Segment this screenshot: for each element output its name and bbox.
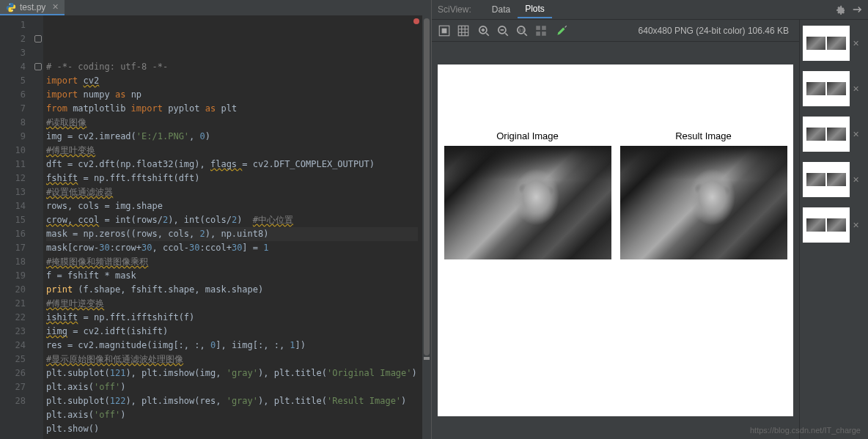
fold-marker-icon[interactable] — [34, 35, 42, 43]
editor-pane: test.py ✕ 123456789101112131415161718192… — [0, 0, 432, 439]
zoom-out-icon[interactable] — [496, 24, 510, 37]
python-file-icon — [6, 2, 16, 12]
grid-toggle-icon[interactable] — [534, 24, 548, 37]
thumbnail-row: ✕ — [803, 207, 865, 243]
line-gutter: 1234567891011121314151617181920212223242… — [0, 15, 33, 439]
code-line[interactable]: res = cv2.magnitude(iimg[:, :, 0], iimg[… — [46, 339, 418, 353]
fold-gutter — [33, 15, 43, 439]
sciview-tabs: SciView: Data Plots — [432, 0, 868, 20]
svg-point-1 — [12, 10, 12, 10]
code-line[interactable]: #傅里叶逆变换 — [46, 297, 418, 311]
gear-icon[interactable] — [834, 4, 845, 15]
scrollbar-cursor-mark — [424, 357, 430, 360]
plot-thumbnail[interactable] — [803, 162, 850, 197]
thumbnail-row: ✕ — [803, 71, 865, 106]
code-line[interactable]: rows, cols = img.shape — [46, 199, 418, 213]
thumbnail-close-icon[interactable]: ✕ — [853, 84, 859, 94]
plot-area[interactable]: Original Image Result Image — [432, 42, 799, 439]
svg-rect-9 — [536, 26, 540, 30]
code-line[interactable]: mask = np.zeros((rows, cols, 2), np.uint… — [46, 227, 418, 241]
tab-plots[interactable]: Plots — [518, 1, 552, 18]
zoom-reset-icon[interactable]: 1:1 — [515, 24, 529, 37]
code-line[interactable]: # -*- coding: utf-8 -*- — [46, 60, 418, 74]
svg-rect-10 — [542, 26, 546, 30]
code-line[interactable]: print (f.shape, fshift.shape, mask.shape… — [46, 283, 418, 297]
plot-toolbar: 1:1 640x480 PNG (24-bit color) 106.46 KB — [432, 20, 799, 42]
code-line[interactable]: #掩膜图像和频谱图像乘积 — [46, 255, 418, 269]
plot-thumbnail[interactable] — [803, 117, 850, 152]
code-line[interactable]: img = cv2.imread('E:/1.PNG', 0) — [46, 130, 418, 144]
code-line[interactable]: plt.subplot(121), plt.imshow(img, 'gray'… — [46, 366, 418, 380]
subplot-left: Original Image — [444, 130, 611, 259]
thumbnail-close-icon[interactable]: ✕ — [853, 130, 859, 139]
svg-rect-12 — [542, 32, 546, 36]
plot-figure: Original Image Result Image — [438, 64, 793, 416]
editor-tab[interactable]: test.py ✕ — [0, 0, 65, 15]
svg-rect-11 — [536, 32, 540, 36]
hide-icon[interactable] — [852, 4, 862, 15]
svg-rect-3 — [442, 28, 447, 33]
code-line[interactable]: plt.axis('off') — [46, 380, 418, 394]
code-line[interactable]: iimg = cv2.idft(ishift) — [46, 325, 418, 339]
thumbnail-row: ✕ — [803, 26, 865, 61]
plot-thumbnail[interactable] — [803, 26, 850, 61]
thumbnail-row: ✕ — [803, 117, 865, 152]
sciview-pane: SciView: Data Plots 1:1 640x480 — [432, 0, 868, 439]
thumbnail-close-icon[interactable]: ✕ — [853, 39, 859, 48]
subplot-image — [620, 146, 787, 259]
close-icon[interactable]: ✕ — [52, 2, 59, 12]
code-line[interactable]: plt.subplot(122), plt.imshow(res, 'gray'… — [46, 394, 418, 408]
plot-thumbnail[interactable] — [803, 207, 850, 243]
subplot-title: Original Image — [496, 130, 559, 141]
editor-tab-bar: test.py ✕ — [0, 0, 431, 15]
fit-icon[interactable] — [438, 24, 451, 37]
sciview-label: SciView: — [438, 4, 471, 15]
code-line[interactable]: f = fshift * mask — [46, 269, 418, 283]
code-line[interactable]: import cv2 — [46, 74, 418, 88]
code-line[interactable]: plt.show() — [46, 422, 418, 436]
code-line[interactable]: mask[crow-30:crow+30, ccol-30:ccol+30] =… — [46, 241, 418, 255]
code-line[interactable]: #读取图像 — [46, 116, 418, 130]
code-line[interactable]: #傅里叶变换 — [46, 144, 418, 158]
thumbnail-strip: ✕✕✕✕✕ — [799, 20, 868, 439]
subplot-right: Result Image — [620, 130, 787, 259]
code-line[interactable]: #设置低通滤波器 — [46, 185, 418, 199]
code-line[interactable]: from matplotlib import pyplot as plt — [46, 102, 418, 116]
thumbnail-close-icon[interactable]: ✕ — [853, 175, 859, 185]
actual-size-icon[interactable] — [457, 24, 470, 37]
plot-info: 640x480 PNG (24-bit color) 106.46 KB — [639, 26, 793, 36]
scrollbar-thumb[interactable] — [424, 18, 430, 355]
watermark: https://blog.csdn.net/IT_charge — [750, 426, 861, 435]
editor-body: 1234567891011121314151617181920212223242… — [0, 15, 431, 439]
zoom-in-icon[interactable] — [477, 24, 490, 37]
editor-tab-label: test.py — [20, 2, 45, 12]
code-line[interactable]: crow, ccol = int(rows/2), int(cols/2) #中… — [46, 213, 418, 227]
thumbnail-close-icon[interactable]: ✕ — [853, 221, 859, 230]
editor-scrollbar[interactable] — [422, 15, 431, 439]
subplot-title: Result Image — [675, 130, 732, 141]
code-line[interactable]: #显示原始图像和低通滤波处理图像 — [46, 353, 418, 366]
svg-point-0 — [10, 3, 10, 4]
thumbnail-row: ✕ — [803, 162, 865, 197]
code-line[interactable]: dft = cv2.dft(np.float32(img), flags = c… — [46, 158, 418, 171]
plot-main: 1:1 640x480 PNG (24-bit color) 106.46 KB… — [432, 20, 799, 439]
svg-text:1:1: 1:1 — [519, 28, 525, 32]
color-picker-icon[interactable] — [555, 24, 568, 37]
code-line[interactable]: import numpy as np — [46, 88, 418, 102]
plot-thumbnail[interactable] — [803, 71, 850, 106]
svg-rect-4 — [458, 26, 468, 36]
code-area[interactable]: # -*- coding: utf-8 -*-import cv2import … — [43, 15, 422, 439]
tab-data[interactable]: Data — [485, 1, 518, 18]
code-line[interactable]: fshift = np.fft.fftshift(dft) — [46, 171, 418, 185]
fold-marker-icon[interactable] — [34, 63, 42, 70]
subplot-image — [444, 146, 611, 259]
code-line[interactable]: plt.axis('off') — [46, 408, 418, 422]
code-line[interactable]: ishift = np.fft.ifftshift(f) — [46, 311, 418, 325]
error-indicator-icon[interactable] — [413, 18, 419, 24]
